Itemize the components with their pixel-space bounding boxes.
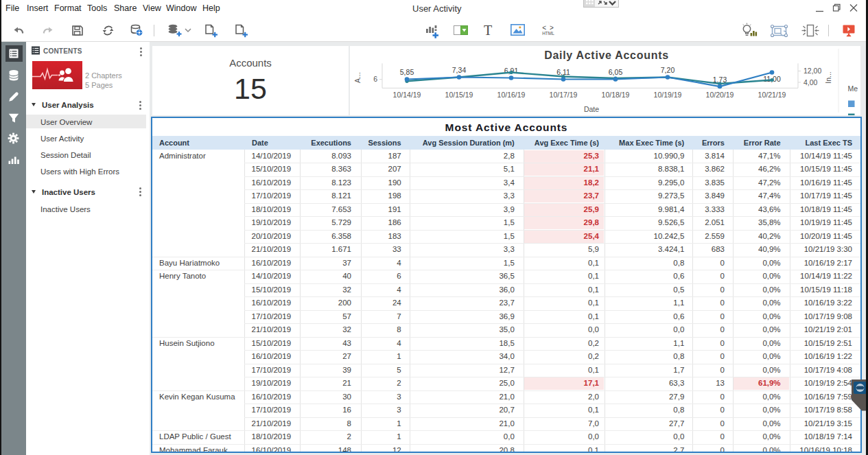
svg-text:4,00: 4,00 (804, 78, 818, 86)
svg-text:10/20/19: 10/20/19 (706, 91, 734, 99)
svg-text:10/17/19: 10/17/19 (550, 91, 578, 99)
svg-text:Date: Date (584, 105, 599, 113)
svg-text:10/15/19: 10/15/19 (445, 91, 473, 99)
svg-text:7,34: 7,34 (452, 66, 467, 74)
svg-text:In...: In... (824, 71, 832, 84)
svg-text:6: 6 (373, 75, 377, 83)
svg-text:6,05: 6,05 (609, 68, 623, 76)
svg-text:A...: A... (353, 72, 362, 83)
svg-text:10/19/19: 10/19/19 (654, 91, 682, 99)
svg-text:10/14/19: 10/14/19 (393, 91, 421, 99)
svg-text:10/16/19: 10/16/19 (497, 91, 526, 99)
svg-text:7,20: 7,20 (661, 66, 675, 74)
svg-text:Me: Me (848, 84, 858, 93)
svg-text:10/18/19: 10/18/19 (602, 91, 630, 99)
svg-text:10/21/19: 10/21/19 (758, 91, 786, 99)
svg-text:5,85: 5,85 (400, 68, 414, 76)
svg-text:Daily Active Accounts: Daily Active Accounts (544, 49, 669, 61)
svg-text:12,00: 12,00 (804, 67, 821, 75)
